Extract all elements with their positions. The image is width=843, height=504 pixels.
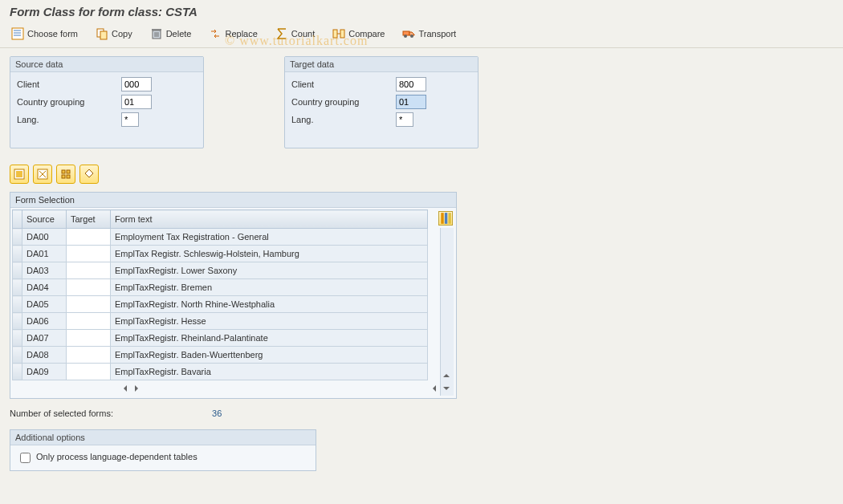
table-row[interactable]: DA07EmplTaxRegistr. Rheinland-Palantinat…: [13, 330, 428, 347]
source-client-input[interactable]: [121, 77, 152, 91]
compare-icon: [332, 27, 345, 40]
target-client-label: Client: [291, 79, 396, 89]
additional-options-panel: Additional options Only process language…: [10, 429, 316, 471]
cell-text[interactable]: EmplTaxRegistr. Baden-Wuerttenberg: [111, 347, 428, 364]
cell-source[interactable]: DA00: [22, 229, 67, 246]
select-all-button[interactable]: [10, 165, 29, 184]
transport-button[interactable]: Transport: [399, 25, 459, 43]
selected-forms-label: Number of selected forms:: [10, 408, 113, 418]
cell-text[interactable]: EmplTaxRegistr. North Rhine-Westphalia: [111, 296, 428, 313]
choose-form-label: Choose form: [27, 29, 78, 39]
cell-text[interactable]: EmplTaxRegistr. Lower Saxony: [111, 262, 428, 279]
scroll-up-icon[interactable]: [441, 370, 452, 381]
cell-target[interactable]: [67, 347, 111, 364]
scroll-left-icon[interactable]: [120, 383, 131, 394]
truck-icon: [402, 27, 415, 40]
svg-rect-13: [403, 31, 409, 35]
table-row[interactable]: DA03EmplTaxRegistr. Lower Saxony: [13, 262, 428, 279]
scroll-left-end-icon[interactable]: [429, 383, 440, 394]
row-selector[interactable]: [13, 347, 22, 364]
cell-target[interactable]: [67, 262, 111, 279]
compare-button[interactable]: Compare: [329, 25, 388, 43]
row-selector[interactable]: [13, 330, 22, 347]
scroll-right-icon[interactable]: [131, 383, 142, 394]
col-text-header[interactable]: Form text: [111, 210, 428, 229]
col-source-header[interactable]: Source: [22, 210, 67, 229]
cell-target[interactable]: [67, 229, 111, 246]
choose-form-button[interactable]: Choose form: [8, 25, 81, 43]
row-selector[interactable]: [13, 279, 22, 296]
col-target-header[interactable]: Target: [67, 210, 111, 229]
table-row[interactable]: DA06EmplTaxRegistr. Hesse: [13, 313, 428, 330]
target-country-input[interactable]: [396, 95, 426, 109]
cell-source[interactable]: DA06: [22, 313, 67, 330]
horizontal-scrollbar[interactable]: [12, 380, 454, 396]
cell-target[interactable]: [67, 296, 111, 313]
cell-source[interactable]: DA01: [22, 246, 67, 262]
trash-icon: [150, 27, 163, 40]
table-row[interactable]: DA09EmplTaxRegistr. Bavaria: [13, 364, 428, 380]
table-row[interactable]: DA08EmplTaxRegistr. Baden-Wuerttenberg: [13, 347, 428, 364]
copy-button[interactable]: Copy: [92, 25, 136, 43]
table-row[interactable]: DA00Employment Tax Registration - Genera…: [13, 229, 428, 246]
cell-text[interactable]: EmplTax Registr. Schleswig-Holstein, Ham…: [111, 246, 428, 262]
cell-text[interactable]: EmplTaxRegistr. Bavaria: [111, 364, 428, 380]
table-row[interactable]: DA01EmplTax Registr. Schleswig-Holstein,…: [13, 246, 428, 262]
row-selector-header[interactable]: [13, 210, 22, 229]
cell-text[interactable]: EmplTaxRegistr. Hesse: [111, 313, 428, 330]
source-country-input[interactable]: [121, 95, 152, 109]
row-selector[interactable]: [13, 246, 22, 262]
table-row[interactable]: DA05EmplTaxRegistr. North Rhine-Westphal…: [13, 296, 428, 313]
source-data-panel: Source data Client Country grouping Lang…: [10, 56, 204, 148]
target-country-label: Country grouping: [291, 97, 396, 107]
copy-icon: [96, 27, 108, 40]
cell-text[interactable]: EmplTaxRegistr. Rheinland-Palantinate: [111, 330, 428, 347]
app-toolbar: Choose form Copy Delete Replace Count Co…: [0, 22, 843, 48]
only-lang-checkbox[interactable]: [20, 453, 31, 463]
cell-text[interactable]: Employment Tax Registration - General: [111, 229, 428, 246]
replace-button[interactable]: Replace: [206, 25, 260, 43]
target-client-input[interactable]: [396, 77, 426, 91]
deselect-all-button[interactable]: [33, 165, 52, 184]
find-button[interactable]: [79, 165, 99, 184]
cell-source[interactable]: DA07: [22, 330, 67, 347]
cell-source[interactable]: DA03: [22, 262, 67, 279]
cell-target[interactable]: [67, 330, 111, 347]
scroll-down-icon[interactable]: [441, 383, 452, 394]
row-selector[interactable]: [13, 296, 22, 313]
count-label: Count: [291, 29, 315, 39]
svg-rect-7: [152, 29, 161, 30]
replace-icon: [209, 27, 222, 40]
row-selector[interactable]: [13, 229, 22, 246]
delete-button[interactable]: Delete: [147, 25, 195, 43]
cell-target[interactable]: [67, 364, 111, 380]
vertical-scrollbar[interactable]: [440, 228, 454, 396]
target-lang-input[interactable]: [396, 112, 413, 127]
cell-source[interactable]: DA05: [22, 296, 67, 313]
cell-source[interactable]: DA09: [22, 364, 67, 380]
sum-icon: [275, 27, 288, 40]
cell-source[interactable]: DA08: [22, 347, 67, 364]
cell-target[interactable]: [67, 246, 111, 262]
cell-text[interactable]: EmplTaxRegistr. Bremen: [111, 279, 428, 296]
svg-rect-27: [448, 213, 450, 224]
table-config-button[interactable]: [438, 211, 453, 226]
table-row[interactable]: DA04EmplTaxRegistr. Bremen: [13, 279, 428, 296]
count-button[interactable]: Count: [272, 25, 318, 43]
target-lang-label: Lang.: [291, 115, 396, 124]
row-selector[interactable]: [13, 262, 22, 279]
svg-rect-21: [62, 170, 65, 173]
row-selector[interactable]: [13, 364, 22, 380]
svg-rect-25: [441, 213, 443, 224]
sort-button[interactable]: [56, 165, 75, 184]
svg-rect-12: [340, 30, 344, 38]
source-lang-input[interactable]: [121, 112, 139, 127]
source-country-label: Country grouping: [17, 97, 121, 107]
source-lang-label: Lang.: [17, 115, 121, 124]
cell-target[interactable]: [67, 279, 111, 296]
source-client-label: Client: [17, 79, 121, 89]
cell-source[interactable]: DA04: [22, 279, 67, 296]
cell-target[interactable]: [67, 313, 111, 330]
row-selector[interactable]: [13, 313, 22, 330]
only-lang-label: Only process language-dependent tables: [36, 452, 198, 461]
